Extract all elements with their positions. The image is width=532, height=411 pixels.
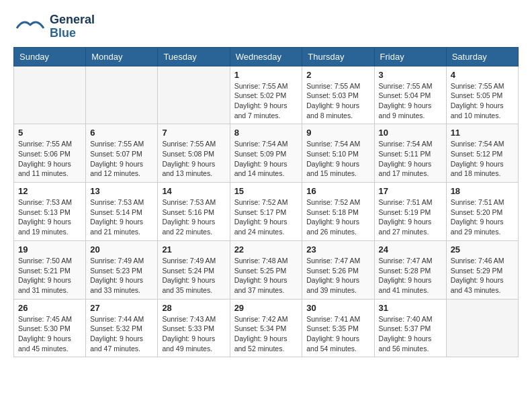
calendar-week-row: 26Sunrise: 7:45 AM Sunset: 5:30 PM Dayli… — [14, 299, 519, 357]
weekday-header-saturday: Saturday — [446, 47, 518, 66]
calendar-cell: 16Sunrise: 7:52 AM Sunset: 5:18 PM Dayli… — [302, 183, 374, 241]
day-number: 31 — [379, 303, 442, 313]
day-info: Sunrise: 7:50 AM Sunset: 5:21 PM Dayligh… — [18, 256, 81, 295]
day-number: 16 — [306, 186, 369, 196]
day-info: Sunrise: 7:46 AM Sunset: 5:29 PM Dayligh… — [451, 256, 514, 295]
day-info: Sunrise: 7:42 AM Sunset: 5:34 PM Dayligh… — [234, 314, 298, 354]
day-number: 4 — [451, 70, 514, 80]
day-number: 17 — [379, 186, 442, 196]
calendar-cell: 23Sunrise: 7:47 AM Sunset: 5:26 PM Dayli… — [302, 240, 374, 299]
day-info: Sunrise: 7:54 AM Sunset: 5:12 PM Dayligh… — [451, 139, 514, 179]
day-info: Sunrise: 7:47 AM Sunset: 5:26 PM Dayligh… — [306, 256, 369, 295]
calendar-cell: 24Sunrise: 7:47 AM Sunset: 5:28 PM Dayli… — [374, 240, 446, 299]
calendar-cell: 18Sunrise: 7:51 AM Sunset: 5:20 PM Dayli… — [446, 183, 518, 241]
day-number: 20 — [90, 244, 153, 255]
calendar-cell: 6Sunrise: 7:55 AM Sunset: 5:07 PM Daylig… — [86, 124, 158, 183]
day-number: 8 — [234, 128, 298, 138]
day-number: 12 — [18, 186, 81, 196]
day-info: Sunrise: 7:45 AM Sunset: 5:30 PM Dayligh… — [18, 314, 81, 354]
calendar-cell — [446, 299, 518, 357]
day-number: 7 — [162, 128, 225, 138]
day-info: Sunrise: 7:55 AM Sunset: 5:04 PM Dayligh… — [379, 81, 442, 121]
day-number: 21 — [162, 244, 225, 255]
logo-bird-icon — [13, 15, 47, 38]
calendar-cell — [158, 66, 230, 124]
weekday-header-wednesday: Wednesday — [230, 47, 302, 66]
calendar-cell: 5Sunrise: 7:55 AM Sunset: 5:06 PM Daylig… — [14, 124, 86, 183]
day-info: Sunrise: 7:52 AM Sunset: 5:18 PM Dayligh… — [306, 197, 369, 237]
day-number: 6 — [90, 128, 153, 138]
day-number: 11 — [451, 128, 514, 138]
day-number: 30 — [306, 303, 369, 313]
calendar-cell: 3Sunrise: 7:55 AM Sunset: 5:04 PM Daylig… — [374, 66, 446, 124]
day-number: 15 — [234, 186, 298, 196]
day-number: 13 — [90, 186, 153, 196]
day-number: 18 — [451, 186, 514, 196]
weekday-header-sunday: Sunday — [14, 47, 86, 66]
calendar-cell: 22Sunrise: 7:48 AM Sunset: 5:25 PM Dayli… — [230, 240, 302, 299]
calendar-cell: 19Sunrise: 7:50 AM Sunset: 5:21 PM Dayli… — [14, 240, 86, 299]
day-info: Sunrise: 7:54 AM Sunset: 5:10 PM Dayligh… — [306, 139, 369, 179]
weekday-header-friday: Friday — [374, 47, 446, 66]
day-info: Sunrise: 7:41 AM Sunset: 5:35 PM Dayligh… — [306, 314, 369, 354]
day-number: 23 — [306, 244, 369, 255]
calendar-week-row: 5Sunrise: 7:55 AM Sunset: 5:06 PM Daylig… — [14, 124, 519, 183]
day-number: 24 — [379, 244, 442, 255]
calendar-cell: 26Sunrise: 7:45 AM Sunset: 5:30 PM Dayli… — [14, 299, 86, 357]
calendar-cell: 13Sunrise: 7:53 AM Sunset: 5:14 PM Dayli… — [86, 183, 158, 241]
day-number: 19 — [18, 244, 81, 255]
weekday-header-tuesday: Tuesday — [158, 47, 230, 66]
calendar-cell — [14, 66, 86, 124]
day-info: Sunrise: 7:47 AM Sunset: 5:28 PM Dayligh… — [379, 256, 442, 295]
calendar-week-row: 1Sunrise: 7:55 AM Sunset: 5:02 PM Daylig… — [14, 66, 519, 124]
weekday-header-row: SundayMondayTuesdayWednesdayThursdayFrid… — [14, 47, 519, 66]
calendar-cell: 21Sunrise: 7:49 AM Sunset: 5:24 PM Dayli… — [158, 240, 230, 299]
logo: General Blue — [13, 13, 95, 40]
day-info: Sunrise: 7:55 AM Sunset: 5:07 PM Dayligh… — [90, 139, 153, 179]
calendar-cell: 1Sunrise: 7:55 AM Sunset: 5:02 PM Daylig… — [230, 66, 302, 124]
logo-name: General Blue — [50, 13, 95, 40]
day-info: Sunrise: 7:51 AM Sunset: 5:20 PM Dayligh… — [451, 197, 514, 237]
calendar-cell — [86, 66, 158, 124]
day-info: Sunrise: 7:51 AM Sunset: 5:19 PM Dayligh… — [379, 197, 442, 237]
calendar-week-row: 12Sunrise: 7:53 AM Sunset: 5:13 PM Dayli… — [14, 183, 519, 241]
calendar-week-row: 19Sunrise: 7:50 AM Sunset: 5:21 PM Dayli… — [14, 240, 519, 299]
calendar-cell: 31Sunrise: 7:40 AM Sunset: 5:37 PM Dayli… — [374, 299, 446, 357]
day-number: 3 — [379, 70, 442, 80]
day-info: Sunrise: 7:44 AM Sunset: 5:32 PM Dayligh… — [90, 314, 153, 354]
day-info: Sunrise: 7:55 AM Sunset: 5:08 PM Dayligh… — [162, 139, 225, 179]
day-number: 26 — [18, 303, 81, 313]
calendar-cell: 30Sunrise: 7:41 AM Sunset: 5:35 PM Dayli… — [302, 299, 374, 357]
day-info: Sunrise: 7:43 AM Sunset: 5:33 PM Dayligh… — [162, 314, 225, 354]
day-info: Sunrise: 7:49 AM Sunset: 5:24 PM Dayligh… — [162, 256, 225, 295]
calendar-cell: 9Sunrise: 7:54 AM Sunset: 5:10 PM Daylig… — [302, 124, 374, 183]
day-info: Sunrise: 7:54 AM Sunset: 5:09 PM Dayligh… — [234, 139, 298, 179]
day-number: 27 — [90, 303, 153, 313]
day-info: Sunrise: 7:48 AM Sunset: 5:25 PM Dayligh… — [234, 256, 298, 295]
calendar-cell: 14Sunrise: 7:53 AM Sunset: 5:16 PM Dayli… — [158, 183, 230, 241]
page-header: General Blue — [13, 13, 519, 40]
calendar-cell: 15Sunrise: 7:52 AM Sunset: 5:17 PM Dayli… — [230, 183, 302, 241]
calendar-cell: 11Sunrise: 7:54 AM Sunset: 5:12 PM Dayli… — [446, 124, 518, 183]
calendar-cell: 10Sunrise: 7:54 AM Sunset: 5:11 PM Dayli… — [374, 124, 446, 183]
day-info: Sunrise: 7:49 AM Sunset: 5:23 PM Dayligh… — [90, 256, 153, 295]
day-number: 2 — [306, 70, 369, 80]
day-info: Sunrise: 7:53 AM Sunset: 5:14 PM Dayligh… — [90, 197, 153, 237]
calendar-cell: 7Sunrise: 7:55 AM Sunset: 5:08 PM Daylig… — [158, 124, 230, 183]
day-info: Sunrise: 7:53 AM Sunset: 5:13 PM Dayligh… — [18, 197, 81, 237]
day-number: 9 — [306, 128, 369, 138]
day-number: 1 — [234, 70, 298, 80]
day-info: Sunrise: 7:55 AM Sunset: 5:05 PM Dayligh… — [451, 81, 514, 121]
calendar-cell: 27Sunrise: 7:44 AM Sunset: 5:32 PM Dayli… — [86, 299, 158, 357]
calendar-cell: 8Sunrise: 7:54 AM Sunset: 5:09 PM Daylig… — [230, 124, 302, 183]
day-info: Sunrise: 7:40 AM Sunset: 5:37 PM Dayligh… — [379, 314, 442, 354]
day-info: Sunrise: 7:55 AM Sunset: 5:02 PM Dayligh… — [234, 81, 298, 121]
day-number: 10 — [379, 128, 442, 138]
day-info: Sunrise: 7:53 AM Sunset: 5:16 PM Dayligh… — [162, 197, 225, 237]
day-number: 5 — [18, 128, 81, 138]
calendar-cell: 25Sunrise: 7:46 AM Sunset: 5:29 PM Dayli… — [446, 240, 518, 299]
calendar-cell: 28Sunrise: 7:43 AM Sunset: 5:33 PM Dayli… — [158, 299, 230, 357]
day-number: 14 — [162, 186, 225, 196]
day-number: 25 — [451, 244, 514, 255]
day-number: 28 — [162, 303, 225, 313]
